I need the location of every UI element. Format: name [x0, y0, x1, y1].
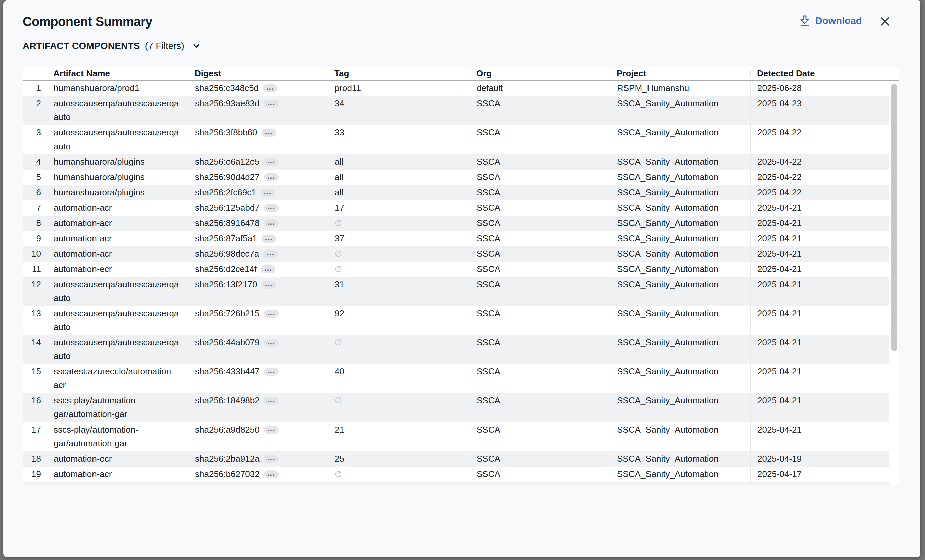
- column-header-artifact-name: Artifact Name: [47, 68, 188, 80]
- component-summary-modal: Component Summary Download ARTIFACT COMP…: [3, 0, 920, 557]
- cell-project: SSCA_Sanity_Automation: [610, 125, 750, 154]
- digest-value: sha256:8916478…: [195, 216, 279, 230]
- cell-tag: all: [328, 154, 470, 170]
- digest-expand-button[interactable]: …: [264, 250, 278, 258]
- cell-project: SSCA_Sanity_Automation: [610, 422, 750, 451]
- cell-digest: sha256:13f2170…: [188, 277, 328, 306]
- digest-expand-button[interactable]: …: [262, 234, 276, 243]
- digest-expand-button[interactable]: …: [264, 100, 279, 108]
- cell-org: SSCA: [470, 306, 610, 335]
- table-row: 4humanshuarora/pluginssha256:e6a12e5…all…: [23, 154, 889, 170]
- cell-detected-date: 2025-04-23: [750, 96, 889, 125]
- digest-expand-button[interactable]: …: [261, 265, 276, 273]
- close-icon: [879, 16, 890, 27]
- column-header-digest: Digest: [188, 68, 328, 80]
- cell-digest: sha256:93ae83d…: [188, 96, 328, 125]
- digest-expand-button[interactable]: …: [264, 339, 279, 347]
- cell-row-number: 5: [23, 170, 47, 185]
- cell-project: SSCA_Sanity_Automation: [610, 246, 750, 262]
- cell-digest: sha256:3f8bb60…: [188, 125, 328, 154]
- digest-expand-button[interactable]: …: [261, 189, 275, 197]
- column-header-detected-date: Detected Date: [750, 68, 889, 80]
- cell-row-number: 18: [23, 451, 47, 467]
- cell-tag: 40: [328, 364, 470, 393]
- digest-expand-button[interactable]: …: [262, 281, 276, 289]
- table-body: 1humanshuarora/prod1sha256:c348c5d…prod1…: [23, 81, 889, 482]
- cell-project: SSCA_Sanity_Automation: [610, 393, 750, 422]
- digest-value: sha256:98dec7a…: [195, 247, 278, 261]
- clipped-next-row: [23, 482, 889, 485]
- digest-expand-button[interactable]: …: [264, 455, 279, 463]
- cell-tag: 25: [328, 451, 470, 467]
- cell-project: SSCA_Sanity_Automation: [610, 200, 750, 216]
- cell-digest: sha256:18498b2…: [188, 393, 328, 422]
- cell-project: SSCA_Sanity_Automation: [610, 216, 750, 231]
- cell-project: SSCA_Sanity_Automation: [610, 451, 750, 467]
- cell-tag: prod11: [328, 81, 470, 96]
- digest-text: sha256:98dec7a: [195, 247, 259, 261]
- cell-digest: sha256:b627032…: [188, 467, 328, 482]
- cell-tag: 33: [328, 125, 470, 154]
- digest-value: sha256:a9d8250…: [195, 423, 279, 437]
- cell-digest: sha256:e6a12e5…: [188, 154, 328, 170]
- table-row: 5humanshuarora/pluginssha256:90d4d27…all…: [23, 170, 889, 185]
- digest-value: sha256:125abd7…: [195, 201, 279, 215]
- cell-detected-date: 2025-04-21: [750, 231, 889, 246]
- cell-row-number: 1: [23, 81, 47, 96]
- cell-org: SSCA: [470, 451, 610, 467]
- cell-row-number: 9: [23, 231, 47, 246]
- digest-expand-button[interactable]: …: [264, 158, 279, 166]
- digest-value: sha256:87af5a1…: [195, 231, 276, 245]
- cell-project: SSCA_Sanity_Automation: [610, 467, 750, 482]
- digest-expand-button[interactable]: …: [264, 397, 279, 405]
- digest-expand-button[interactable]: …: [263, 84, 277, 92]
- screen: { "modal": { "title": "Component Summary…: [0, 0, 925, 560]
- digest-expand-button[interactable]: …: [262, 129, 276, 137]
- digest-value: sha256:726b215…: [195, 307, 279, 320]
- table-scrollbar[interactable]: [889, 82, 899, 485]
- cell-tag: ∅: [328, 335, 470, 364]
- cell-detected-date: 2025-04-19: [750, 451, 889, 467]
- cell-org: SSCA: [470, 393, 610, 422]
- digest-value: sha256:90d4d27…: [195, 170, 279, 184]
- digest-expand-button[interactable]: …: [264, 173, 279, 181]
- artifact-components-section-toggle[interactable]: ARTIFACT COMPONENTS (7 Filters): [23, 41, 201, 51]
- cell-detected-date: 2025-04-21: [750, 216, 889, 231]
- cell-project: SSCA_Sanity_Automation: [610, 277, 750, 306]
- digest-text: sha256:2ba912a: [195, 452, 260, 465]
- cell-digest: sha256:90d4d27…: [188, 170, 328, 185]
- digest-text: sha256:93ae83d: [195, 97, 260, 111]
- digest-text: sha256:726b215: [195, 307, 260, 320]
- cell-artifact-name: humanshuarora/plugins: [47, 185, 188, 200]
- table-row: 6humanshuarora/pluginssha256:2fc69c1…all…: [23, 185, 889, 200]
- cell-project: SSCA_Sanity_Automation: [610, 335, 750, 364]
- digest-expand-button[interactable]: …: [264, 426, 279, 434]
- cell-detected-date: 2025-06-28: [750, 81, 889, 96]
- digest-expand-button[interactable]: …: [264, 219, 279, 227]
- cell-digest: sha256:87af5a1…: [188, 231, 328, 246]
- cell-org: default: [470, 81, 610, 96]
- digest-text: sha256:c348c5d: [195, 81, 259, 95]
- digest-value: sha256:d2ce14f…: [195, 262, 276, 276]
- cell-artifact-name: automation-acr: [47, 200, 188, 216]
- close-button[interactable]: [878, 14, 892, 29]
- digest-expand-button[interactable]: …: [264, 310, 279, 318]
- scrollbar-thumb[interactable]: [891, 84, 897, 351]
- cell-detected-date: 2025-04-21: [750, 262, 889, 277]
- digest-expand-button[interactable]: …: [264, 368, 279, 376]
- digest-expand-button[interactable]: …: [264, 470, 279, 478]
- digest-expand-button[interactable]: …: [264, 204, 279, 212]
- cell-tag: ∅: [328, 246, 470, 262]
- table-row: 16sscs-play/automation- gar/automation-g…: [23, 393, 889, 422]
- download-button[interactable]: Download: [800, 15, 862, 27]
- digest-value: sha256:b627032…: [195, 467, 279, 481]
- cell-row-number: 11: [23, 262, 47, 277]
- cell-artifact-name: automation-acr: [47, 231, 188, 246]
- digest-value: sha256:3f8bb60…: [195, 126, 276, 140]
- empty-tag-icon: ∅: [334, 247, 464, 261]
- cell-artifact-name: autosscauserqa/autosscauserqa- auto: [47, 277, 188, 306]
- table-row: 11automation-ecrsha256:d2ce14f…∅SSCASSCA…: [23, 262, 889, 277]
- cell-project: SSCA_Sanity_Automation: [610, 364, 750, 393]
- cell-detected-date: 2025-04-21: [750, 335, 889, 364]
- cell-project: SSCA_Sanity_Automation: [610, 185, 750, 200]
